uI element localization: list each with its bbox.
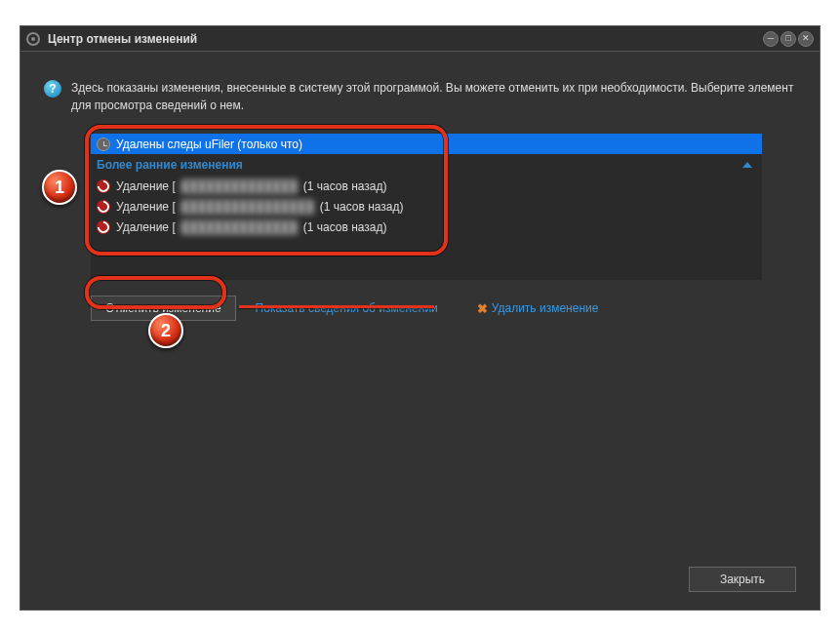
app-icon: [26, 32, 40, 46]
redacted-text: ██████████████: [181, 179, 298, 193]
undo-center-window: Центр отмены изменений ─ □ ✕ ? Здесь пок…: [20, 25, 820, 611]
list-filler: [91, 237, 762, 280]
list-item-suffix: (1 часов назад): [303, 179, 387, 193]
redacted-text: ██████████████: [181, 220, 298, 234]
undo-icon: [97, 220, 110, 234]
minimize-button[interactable]: ─: [763, 31, 779, 47]
list-item-prefix: Удаление [: [116, 200, 176, 214]
window-title: Центр отмены изменений: [48, 32, 763, 46]
titlebar: Центр отмены изменений ─ □ ✕: [20, 26, 820, 52]
clock-icon: [97, 138, 110, 151]
action-row: Отменить изменение Показать сведения об …: [91, 296, 796, 321]
chevron-up-icon: [742, 162, 752, 168]
list-item-label: Удалены следы uFiler (только что): [116, 138, 302, 151]
list-item[interactable]: Удаление [ ██████████████ (1 часов назад…: [91, 176, 762, 196]
maximize-button[interactable]: □: [780, 31, 796, 47]
earlier-changes-header[interactable]: Более ранние изменения: [91, 154, 762, 176]
content-area: ? Здесь показаны изменения, внесенные в …: [20, 52, 820, 610]
window-controls: ─ □ ✕: [763, 31, 814, 47]
list-item[interactable]: Удаление [ ██████████████ (1 часов назад…: [91, 217, 762, 237]
undo-icon: [97, 200, 110, 214]
delete-x-icon: ✖: [477, 301, 488, 316]
footer: Закрыть: [44, 555, 796, 592]
changes-list: Удалены следы uFiler (только что) Более …: [91, 134, 762, 280]
list-item-prefix: Удаление [: [116, 179, 176, 193]
delete-change-label: Удалить изменение: [492, 301, 599, 315]
spacer: [44, 321, 796, 555]
undo-change-button[interactable]: Отменить изменение: [91, 296, 236, 321]
list-item-selected[interactable]: Удалены следы uFiler (только что): [91, 134, 762, 154]
list-item[interactable]: Удаление [ ████████████████ (1 часов наз…: [91, 196, 762, 217]
help-icon: ?: [44, 80, 61, 98]
info-text: Здесь показаны изменения, внесенные в си…: [71, 79, 796, 114]
undo-icon: [97, 179, 110, 193]
redacted-text: ████████████████: [181, 200, 314, 214]
list-item-suffix: (1 часов назад): [303, 220, 387, 234]
close-window-button[interactable]: ✕: [798, 31, 814, 47]
list-item-suffix: (1 часов назад): [320, 200, 404, 214]
show-details-link[interactable]: Показать сведения об изменении: [256, 301, 438, 315]
info-row: ? Здесь показаны изменения, внесенные в …: [44, 79, 796, 114]
close-button[interactable]: Закрыть: [689, 567, 796, 592]
delete-change-link[interactable]: ✖ Удалить изменение: [477, 301, 599, 316]
list-item-prefix: Удаление [: [116, 220, 176, 234]
earlier-header-label: Более ранние изменения: [97, 158, 243, 172]
